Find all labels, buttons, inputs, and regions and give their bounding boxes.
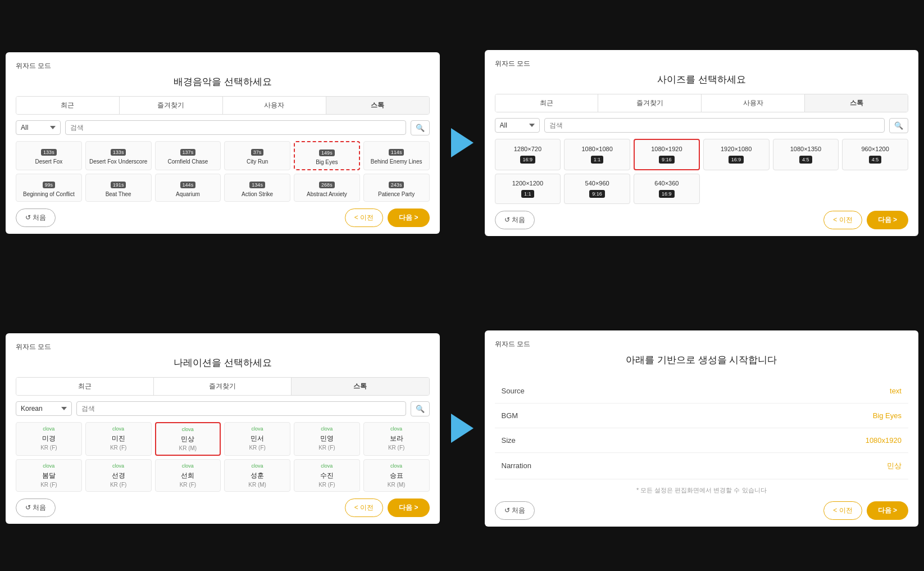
music-card-3[interactable]: 137s Cornfield Chase [155, 141, 221, 170]
music-card-12[interactable]: 243s Patience Party [363, 174, 430, 202]
size-card-8[interactable]: 540×960 9:16 [564, 174, 630, 204]
search-input-tr[interactable] [544, 118, 885, 133]
next-button-bl[interactable]: 다음 > [388, 499, 429, 517]
reset-button-tr[interactable]: ↺ 처음 [495, 211, 535, 229]
title-10: Action Strike [228, 191, 286, 198]
tab-fav-tl[interactable]: 즐겨찾기 [120, 97, 223, 114]
duration-11: 268s [319, 182, 335, 188]
music-card-7[interactable]: 99s Beginning of Conflict [16, 174, 82, 202]
music-card-11[interactable]: 268s Abstract Anxiety [294, 174, 360, 202]
btn-row-tl: ↺ 처음 < 이전 다음 > [16, 209, 430, 227]
reset-button-bl[interactable]: ↺ 처음 [16, 499, 56, 517]
music-card-6[interactable]: 114s Behind Enemy Lines [363, 141, 430, 170]
summary-row-narration: Narration 민상 [495, 452, 909, 479]
search-input-tl[interactable] [65, 120, 406, 135]
summary-value-narration[interactable]: 민상 [562, 452, 909, 479]
duration-6: 114s [389, 149, 404, 156]
narr-card-5[interactable]: clova 민영 KR (F) [294, 422, 360, 456]
nav-buttons-br: < 이전 다음 > [823, 501, 908, 520]
narr-sub-12: KR (M) [366, 482, 427, 488]
narr-sub-8: KR (F) [88, 482, 149, 488]
duration-2: 133s [111, 149, 126, 156]
search-button-bl[interactable]: 🔍 [411, 401, 430, 416]
title-1: Desert Fox [20, 158, 78, 165]
summary-value-source[interactable]: text [562, 379, 909, 404]
clova-11: clova [297, 463, 357, 469]
prev-button-tr[interactable]: < 이전 [823, 211, 862, 229]
size-card-2[interactable]: 1080×1080 1:1 [564, 139, 630, 170]
narr-name-12: 승표 [366, 471, 427, 481]
title-2: Desert Fox Underscore [89, 158, 148, 165]
size-card-9[interactable]: 640×360 16:9 [634, 174, 700, 204]
summary-note: * 모든 설정은 편집화면에서 변경할 수 있습니다 [495, 486, 909, 495]
narr-card-1[interactable]: clova 미경 KR (F) [16, 422, 82, 456]
narr-card-11[interactable]: clova 수진 KR (F) [294, 459, 360, 492]
size-card-1[interactable]: 1280×720 16:9 [495, 139, 561, 170]
narr-sub-10: KR (M) [227, 482, 288, 488]
size-card-6[interactable]: 960×1200 4:5 [842, 139, 908, 170]
prev-button-tl[interactable]: < 이전 [345, 209, 383, 227]
reset-button-tl[interactable]: ↺ 처음 [16, 209, 56, 227]
search-button-tr[interactable]: 🔍 [889, 118, 908, 133]
app-layout: 위자드 모드 배경음악을 선택하세요 최근 즐겨찾기 사용자 스톡 All 🔍 … [0, 0, 924, 571]
narr-card-8[interactable]: clova 선경 KR (F) [85, 459, 152, 492]
prev-button-bl[interactable]: < 이전 [345, 499, 383, 517]
next-button-tr[interactable]: 다음 > [867, 211, 908, 229]
tab-stock-tr[interactable]: 스톡 [805, 94, 908, 112]
size-dims-2: 1080×1080 [581, 146, 612, 152]
tab-user-tr[interactable]: 사용자 [702, 94, 805, 112]
narr-card-12[interactable]: clova 승표 KR (M) [363, 459, 430, 492]
next-button-tl[interactable]: 다음 > [388, 209, 429, 227]
narr-card-2[interactable]: clova 미진 KR (F) [85, 422, 152, 456]
summary-value-size[interactable]: 1080x1920 [562, 428, 909, 452]
size-badge-9: 16:9 [659, 190, 675, 198]
music-card-1[interactable]: 133s Desert Fox [16, 141, 82, 170]
tab-fav-bl[interactable]: 즐겨찾기 [154, 378, 292, 395]
tab-recent-tl[interactable]: 최근 [16, 97, 120, 114]
size-card-7[interactable]: 1200×1200 1:1 [495, 174, 561, 204]
tab-recent-tr[interactable]: 최근 [495, 94, 599, 112]
narr-card-10[interactable]: clova 성훈 KR (M) [224, 459, 290, 492]
narr-name-10: 성훈 [227, 471, 288, 481]
music-card-5[interactable]: 149s Big Eyes [294, 141, 360, 170]
summary-label-size: Size [495, 428, 562, 452]
search-input-bl[interactable] [76, 401, 406, 416]
music-grid: 133s Desert Fox 133s Desert Fox Undersco… [16, 141, 430, 202]
filter-select-bl[interactable]: Korean [16, 401, 72, 416]
next-button-br[interactable]: 다음 > [867, 501, 908, 520]
summary-value-bgm[interactable]: Big Eyes [562, 403, 909, 428]
music-card-2[interactable]: 133s Desert Fox Underscore [85, 141, 152, 170]
narr-card-4[interactable]: clova 민서 KR (F) [224, 422, 290, 456]
prev-button-br[interactable]: < 이전 [823, 501, 862, 520]
tab-user-tl[interactable]: 사용자 [223, 97, 326, 114]
music-card-9[interactable]: 144s Aquarium [155, 174, 221, 202]
filter-select-tr[interactable]: All [495, 118, 540, 133]
size-card-4[interactable]: 1920×1080 16:9 [703, 139, 770, 170]
music-card-10[interactable]: 134s Action Strike [224, 174, 290, 202]
reset-button-br[interactable]: ↺ 처음 [495, 501, 535, 520]
tab-stock-bl[interactable]: 스톡 [292, 378, 429, 395]
summary-row-size: Size 1080x1920 [495, 428, 909, 452]
narr-card-3[interactable]: clova 민상 KR (M) [155, 422, 221, 456]
tab-recent-bl[interactable]: 최근 [16, 378, 154, 395]
clova-9: clova [158, 463, 219, 469]
narr-card-9[interactable]: clova 선희 KR (F) [155, 459, 221, 492]
size-card-3[interactable]: 1080×1920 9:16 [634, 139, 700, 170]
narr-card-6[interactable]: clova 보라 KR (F) [363, 422, 430, 456]
tab-fav-tr[interactable]: 즐겨찾기 [598, 94, 702, 112]
music-card-4[interactable]: 37s City Run [224, 141, 290, 170]
size-card-5[interactable]: 1080×1350 4:5 [773, 139, 839, 170]
filter-select-tl[interactable]: All [16, 120, 61, 135]
clova-8: clova [88, 463, 149, 469]
narr-name-3: 민상 [158, 434, 218, 444]
panel-top-left: 위자드 모드 배경음악을 선택하세요 최근 즐겨찾기 사용자 스톡 All 🔍 … [6, 52, 440, 234]
search-button-tl[interactable]: 🔍 [411, 120, 430, 135]
narr-name-2: 미진 [88, 434, 149, 443]
wizard-label-tr: 위자드 모드 [495, 59, 909, 69]
music-card-8[interactable]: 191s Beat Thee [85, 174, 152, 202]
tab-stock-tl[interactable]: 스톡 [326, 97, 429, 114]
narr-card-7[interactable]: clova 봄달 KR (F) [16, 459, 82, 492]
title-tr: 사이즈를 선택하세요 [495, 73, 909, 86]
title-7: Beginning of Conflict [20, 191, 78, 198]
btn-row-bl: ↺ 처음 < 이전 다음 > [16, 499, 430, 517]
